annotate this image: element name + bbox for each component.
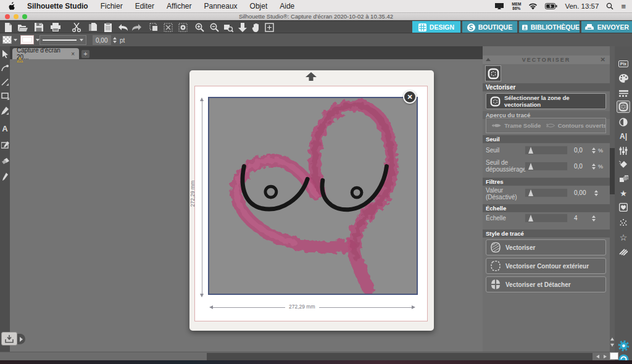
vectoriser-panel-icon[interactable]	[617, 101, 630, 113]
paste-button[interactable]	[102, 22, 114, 33]
menu-clock[interactable]: Ven. 13:57	[565, 2, 599, 10]
print-button[interactable]	[49, 22, 62, 33]
scroll-right-icon[interactable]	[604, 355, 607, 358]
hatch-fill-panel-icon[interactable]	[617, 246, 630, 258]
depoussierage-slider[interactable]	[525, 162, 568, 171]
notification-center-icon[interactable]: ≡	[621, 2, 626, 11]
redo-button[interactable]	[130, 22, 143, 33]
preferences-gear-icon[interactable]	[617, 339, 630, 352]
tab-design[interactable]: DESIGN	[412, 21, 460, 33]
zoom-to-fit-button[interactable]	[236, 22, 249, 33]
menu-item-afficher[interactable]: Afficher	[167, 2, 191, 10]
move-panel-icon[interactable]	[617, 173, 630, 185]
select-trace-area-button[interactable]: Sélectionner la zone de vectorisation	[486, 93, 606, 109]
panel-close-icon[interactable]: ✕	[601, 56, 607, 64]
pixscan-panel-icon[interactable]: Pix	[617, 57, 630, 70]
horizontal-scrollbar-thumb[interactable]	[207, 353, 592, 360]
close-image-button[interactable]: ✕	[403, 90, 417, 104]
vectorize-mode-button[interactable]	[485, 65, 501, 81]
scroll-left-icon[interactable]	[596, 355, 599, 358]
menu-item-objet[interactable]: Objet	[250, 2, 268, 10]
tab-bibliotheque[interactable]: BIBLIOTHÈQUE	[519, 21, 580, 33]
battery-icon[interactable]	[545, 3, 557, 9]
menu-item-aide[interactable]: Aide	[280, 2, 294, 10]
warning-icon[interactable]: ⚠	[17, 56, 23, 64]
traced-image-area[interactable]	[208, 97, 418, 295]
undo-button[interactable]	[117, 22, 130, 33]
valeur-value-input[interactable]: 0,00	[571, 188, 593, 197]
vectoriser-detacher-button[interactable]: Vectoriser et Détacher	[486, 276, 606, 292]
cut-button[interactable]	[70, 22, 83, 33]
modify-panel-icon[interactable]	[617, 201, 630, 213]
fill-color-dropdown-arrow[interactable]	[14, 39, 17, 41]
slider-thumb[interactable]	[528, 215, 533, 221]
line-tool[interactable]	[0, 77, 10, 88]
fill-color-swatch[interactable]	[2, 36, 12, 44]
vectoriser-button[interactable]: Vectoriser	[486, 239, 606, 255]
slider-thumb[interactable]	[528, 189, 533, 196]
stipple-panel-icon[interactable]: ☆	[617, 231, 630, 244]
seuil-value-input[interactable]: 0,0	[571, 146, 591, 155]
zoom-selection-button[interactable]	[222, 22, 235, 33]
save-button[interactable]	[33, 22, 45, 33]
slider-thumb[interactable]	[528, 163, 533, 170]
deselect-button[interactable]	[162, 22, 174, 33]
copy-button[interactable]	[86, 22, 99, 33]
point-edit-tool[interactable]	[0, 62, 10, 73]
trame-solide-option[interactable]: Trame Solide	[486, 118, 546, 133]
scroll-up-icon[interactable]	[610, 337, 614, 341]
note-tool[interactable]	[0, 139, 10, 151]
library-drawer-button[interactable]	[1, 332, 17, 345]
open-document-button[interactable]	[17, 22, 29, 33]
scroll-down-icon[interactable]	[610, 344, 614, 347]
zoom-in-button[interactable]	[193, 22, 206, 33]
seuil-slider[interactable]	[525, 146, 568, 155]
panel-collapse-icon[interactable]	[486, 58, 491, 61]
menu-item-editer[interactable]: Editer	[135, 2, 154, 10]
vectoriser-contour-button[interactable]: Vectoriser Contour extérieur	[486, 258, 606, 274]
echelle-stepper[interactable]	[592, 213, 596, 223]
spotlight-search-icon[interactable]	[606, 2, 613, 10]
tab-boutique[interactable]: BOUTIQUE	[462, 21, 517, 33]
menu-app-name[interactable]: Silhouette Studio	[27, 2, 88, 10]
seuil-stepper[interactable]	[592, 146, 596, 155]
apple-menu-icon[interactable]	[7, 2, 15, 10]
sketch-panel-icon[interactable]	[617, 217, 630, 229]
erase-panel-icon[interactable]	[617, 159, 630, 171]
valeur-stepper[interactable]	[594, 188, 598, 197]
draw-tool[interactable]	[0, 105, 10, 116]
echelle-slider[interactable]	[525, 213, 568, 223]
text-style-panel-icon[interactable]: A|	[617, 130, 630, 143]
contours-ouverts-option[interactable]: Contours ouverts	[546, 118, 606, 133]
menu-item-panneaux[interactable]: Panneaux	[204, 2, 238, 10]
echelle-value-input[interactable]: 4	[571, 213, 591, 223]
new-document-button[interactable]	[2, 22, 14, 33]
fit-page-button[interactable]	[263, 22, 275, 33]
panel-scrollbar[interactable]	[610, 46, 615, 352]
line-color-swatch[interactable]	[20, 35, 34, 44]
page-up-arrow-icon[interactable]	[305, 72, 317, 84]
pan-tool-button[interactable]	[250, 22, 262, 33]
document-tab-close-icon[interactable]: ×	[71, 51, 75, 57]
horizontal-scrollbar[interactable]	[0, 352, 615, 360]
eraser-tool[interactable]	[0, 155, 10, 167]
transfer-panel-icon[interactable]	[617, 144, 630, 157]
panel-scrollbar-thumb[interactable]	[610, 148, 615, 194]
depoussierage-stepper[interactable]	[592, 162, 596, 171]
text-tool[interactable]: A	[0, 123, 10, 134]
select-tool[interactable]	[0, 48, 10, 59]
knife-tool[interactable]	[0, 171, 10, 182]
slider-thumb[interactable]	[528, 147, 533, 154]
panel-header[interactable]: VECTORISER ✕	[483, 56, 610, 64]
valeur-slider[interactable]	[525, 188, 568, 197]
new-tab-button[interactable]: +	[81, 50, 89, 58]
tab-envoyer[interactable]: ENVOYER	[581, 21, 632, 33]
select-all-button[interactable]	[148, 22, 160, 33]
line-style-dropdown[interactable]	[40, 35, 86, 45]
screen-mirroring-icon[interactable]	[494, 2, 504, 10]
line-style-panel-icon[interactable]	[617, 87, 630, 99]
depoussierage-value-input[interactable]: 0,0	[571, 162, 591, 171]
lasso-select-button[interactable]	[177, 22, 189, 33]
menu-item-fichier[interactable]: Fichier	[101, 2, 123, 10]
stroke-width-stepper[interactable]	[113, 35, 117, 45]
